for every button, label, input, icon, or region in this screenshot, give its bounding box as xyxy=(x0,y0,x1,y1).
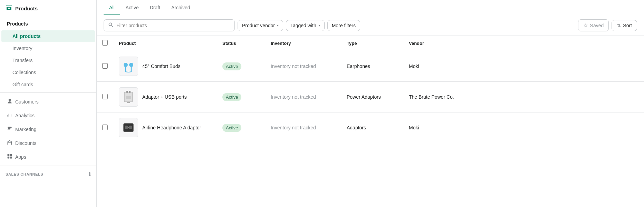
column-product: Product xyxy=(113,36,217,51)
sidebar-item-collections[interactable]: Collections xyxy=(1,67,95,78)
product-vendor-filter-button[interactable]: Product vendor ▾ xyxy=(238,20,283,31)
products-icon xyxy=(6,4,12,13)
product-image xyxy=(119,57,138,76)
apps-icon xyxy=(7,154,12,160)
select-all-header[interactable] xyxy=(97,36,113,51)
sidebar-sub-item-label: Transfers xyxy=(12,58,33,63)
sidebar-nav: Products All products Inventory Transfer… xyxy=(0,17,96,207)
svg-rect-2 xyxy=(8,157,10,159)
svg-point-4 xyxy=(124,63,128,67)
search-box[interactable] xyxy=(104,19,235,31)
analytics-icon xyxy=(7,112,12,119)
table-row[interactable]: Adaptor + USB ports Active Inventory not… xyxy=(97,82,644,112)
row-status-cell: Active xyxy=(217,51,265,82)
row-status-cell: Active xyxy=(217,82,265,112)
sidebar: Products Products All products Inventory… xyxy=(0,0,97,207)
products-table: Product Status Inventory Type Vendor xyxy=(97,36,644,143)
table-row[interactable]: 45° Comfort Buds Active Inventory not tr… xyxy=(97,51,644,82)
table-header-row: Product Status Inventory Type Vendor xyxy=(97,36,644,51)
sidebar-sub-item-label: Gift cards xyxy=(12,82,33,87)
type-value: Earphones xyxy=(347,63,370,69)
sidebar-item-products[interactable]: Products xyxy=(1,18,95,30)
sidebar-item-gift-cards[interactable]: Gift cards xyxy=(1,79,95,90)
sidebar-item-transfers[interactable]: Transfers xyxy=(1,55,95,66)
sort-button[interactable]: ⇅ Sort xyxy=(612,20,637,31)
sidebar-sub-item-label: Collections xyxy=(12,70,36,75)
product-name: Airline Headphone A daptor xyxy=(142,125,201,130)
sidebar-header: Products xyxy=(0,0,96,17)
sidebar-item-apps[interactable]: Apps xyxy=(1,150,95,164)
sidebar-item-discounts[interactable]: Discounts xyxy=(1,136,95,150)
sort-label: Sort xyxy=(623,23,632,28)
customers-icon xyxy=(7,98,12,105)
vendor-value: Moki xyxy=(409,63,419,69)
row-product-cell: Adaptor + USB ports xyxy=(113,82,217,112)
status-badge: Active xyxy=(222,124,241,132)
star-icon: ☆ xyxy=(583,22,588,29)
row-type-cell: Adaptors xyxy=(341,112,403,143)
tab-all[interactable]: All xyxy=(104,0,120,15)
column-vendor: Vendor xyxy=(403,36,644,51)
tagged-with-filter-button[interactable]: Tagged with ▾ xyxy=(286,20,325,31)
product-image xyxy=(119,87,138,107)
sidebar-item-inventory[interactable]: Inventory xyxy=(1,42,95,54)
row-checkbox[interactable] xyxy=(102,94,108,99)
svg-point-5 xyxy=(129,63,133,67)
row-status-cell: Active xyxy=(217,112,265,143)
row-product-cell: 45° Comfort Buds xyxy=(113,51,217,82)
sidebar-item-label: Discounts xyxy=(15,140,36,146)
search-input[interactable] xyxy=(116,23,230,28)
inventory-value: Inventory not tracked xyxy=(271,125,316,130)
sidebar-item-marketing[interactable]: Marketing xyxy=(1,122,95,136)
product-name: 45° Comfort Buds xyxy=(142,63,181,69)
row-checkbox-cell[interactable] xyxy=(97,82,113,112)
product-name: Adaptor + USB ports xyxy=(142,94,187,100)
sidebar-item-label: Apps xyxy=(15,154,26,160)
saved-button[interactable]: ☆ Saved xyxy=(578,19,609,31)
sidebar-item-analytics[interactable]: Analytics xyxy=(1,109,95,122)
row-inventory-cell: Inventory not tracked xyxy=(265,51,341,82)
sidebar-item-all-products[interactable]: All products xyxy=(1,30,95,42)
table-body: 45° Comfort Buds Active Inventory not tr… xyxy=(97,51,644,143)
info-icon: ℹ xyxy=(89,171,91,177)
row-checkbox-cell[interactable] xyxy=(97,112,113,143)
discounts-icon xyxy=(7,140,12,146)
column-inventory: Inventory xyxy=(265,36,341,51)
product-vendor-label: Product vendor xyxy=(242,23,275,28)
row-vendor-cell: Moki xyxy=(403,112,644,143)
products-table-container: Product Status Inventory Type Vendor xyxy=(97,36,644,207)
row-type-cell: Earphones xyxy=(341,51,403,82)
type-value: Adaptors xyxy=(347,125,366,130)
sidebar-divider xyxy=(0,92,96,93)
row-inventory-cell: Inventory not tracked xyxy=(265,112,341,143)
sidebar-divider-2 xyxy=(0,166,96,166)
sidebar-item-label: Customers xyxy=(15,99,39,105)
row-inventory-cell: Inventory not tracked xyxy=(265,82,341,112)
row-vendor-cell: Moki xyxy=(403,51,644,82)
select-all-checkbox[interactable] xyxy=(102,40,108,46)
table-row[interactable]: Airline Headphone A daptor Active Invent… xyxy=(97,112,644,143)
product-image xyxy=(119,118,138,137)
sales-channels-label: SALES CHANNELS ℹ xyxy=(0,168,96,178)
tab-active[interactable]: Active xyxy=(120,0,144,15)
sidebar-item-label: Analytics xyxy=(15,113,35,118)
more-filters-button[interactable]: More filters xyxy=(327,20,360,31)
vendor-value: Moki xyxy=(409,125,419,130)
sidebar-item-label: Products xyxy=(7,21,28,27)
main-content: All Active Draft Archived Product vendor… xyxy=(97,0,644,207)
inventory-value: Inventory not tracked xyxy=(271,63,316,69)
row-checkbox-cell[interactable] xyxy=(97,51,113,82)
svg-rect-11 xyxy=(126,96,131,99)
svg-rect-15 xyxy=(129,126,132,129)
row-checkbox[interactable] xyxy=(102,125,108,130)
saved-label: Saved xyxy=(590,23,604,28)
search-icon xyxy=(108,22,114,29)
svg-rect-0 xyxy=(8,154,10,156)
column-status: Status xyxy=(217,36,265,51)
tagged-with-label: Tagged with xyxy=(290,23,316,28)
tab-archived[interactable]: Archived xyxy=(166,0,195,15)
sidebar-item-customers[interactable]: Customers xyxy=(1,95,95,108)
tab-draft[interactable]: Draft xyxy=(144,0,166,15)
row-checkbox[interactable] xyxy=(102,63,108,69)
sidebar-sub-item-label: Inventory xyxy=(12,46,32,51)
